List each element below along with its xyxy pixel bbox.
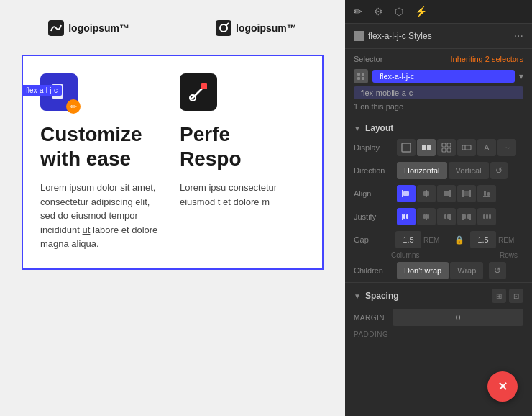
panel-header-icons: ✏ ⚙ ⬡ ⚡: [354, 6, 427, 17]
svg-rect-50: [486, 214, 488, 219]
svg-rect-22: [462, 145, 471, 150]
tools-icon: [187, 81, 210, 104]
logo1-icon: [48, 20, 64, 36]
display-text-btn[interactable]: A: [477, 139, 496, 156]
svg-rect-51: [489, 214, 491, 219]
wrap-btn[interactable]: Wrap: [450, 262, 483, 279]
svg-rect-35: [487, 192, 490, 196]
right-panel: ✏ ⚙ ⬡ ⚡ flex-a-l-j-c Styles ···: [345, 0, 532, 416]
display-label: Display: [354, 143, 391, 152]
wrap-btn-group: Don't wrap Wrap: [397, 262, 483, 279]
justify-center-btn[interactable]: [417, 208, 436, 225]
spacing-icon1[interactable]: ⊞: [492, 289, 506, 303]
children-row: Children Don't wrap Wrap ↺: [345, 259, 532, 282]
svg-rect-17: [427, 145, 431, 150]
justify-around-btn[interactable]: [477, 208, 496, 225]
card-col-right: PerfeRespo Lorem ipsu consectetur eiusmo…: [180, 73, 305, 251]
close-fab-button[interactable]: ✕: [487, 371, 518, 402]
on-page-count: 1 on this page: [354, 102, 523, 111]
justify-btn-group: [397, 208, 523, 225]
justify-between-btn[interactable]: [457, 208, 476, 225]
justify-start-btn[interactable]: [397, 208, 416, 225]
svg-rect-12: [362, 73, 364, 76]
svg-rect-32: [464, 191, 469, 196]
content-card: Customize with ease Lorem ipsum dolor si…: [22, 55, 324, 270]
gap-row: Gap REM 🔒 REM: [345, 228, 532, 251]
gap-lock-icon[interactable]: 🔒: [453, 235, 466, 245]
card-heading-left: Customize with ease: [40, 122, 165, 171]
svg-rect-21: [447, 148, 451, 152]
spacing-arrow[interactable]: ▼: [354, 292, 361, 300]
svg-rect-47: [464, 214, 466, 219]
selector-chip-primary[interactable]: flex-a-l-j-c: [372, 70, 515, 83]
children-rotate-btn[interactable]: ↺: [489, 262, 506, 279]
display-grid-btn[interactable]: [437, 139, 456, 156]
align-center-btn[interactable]: [417, 185, 436, 202]
gap-sub-labels: Columns Rows: [345, 251, 532, 259]
padding-label: PADDING: [354, 330, 523, 338]
display-flex-btn[interactable]: [417, 139, 436, 156]
logo1: logoipsum™: [48, 20, 129, 36]
drops-icon[interactable]: ⬡: [395, 6, 403, 17]
spacing-section: ▼ Spacing ⊞ ⊡ MARGIN PADDING: [345, 282, 532, 338]
svg-rect-9: [201, 83, 207, 89]
spacing-header: ▼ Spacing ⊞ ⊡: [354, 289, 523, 303]
lightning-icon[interactable]: ⚡: [415, 6, 427, 17]
divider-line: [173, 95, 173, 230]
direction-label: Direction: [354, 166, 391, 175]
svg-rect-37: [403, 214, 405, 219]
display-inline-btn[interactable]: [457, 139, 476, 156]
direction-rotate-btn[interactable]: ↺: [490, 162, 508, 179]
svg-rect-44: [447, 214, 449, 219]
grid-icon: [354, 31, 364, 41]
gap-col-input[interactable]: [395, 231, 421, 248]
inheriting-text: Inheriting 2 selectors: [450, 55, 523, 63]
svg-rect-16: [422, 145, 426, 150]
spacing-icon2[interactable]: ⊡: [509, 289, 523, 303]
svg-rect-20: [442, 148, 446, 152]
direction-row: Direction Horizontal Vertical ↺: [345, 159, 532, 182]
logo2-text: logoipsum™: [236, 22, 297, 34]
dont-wrap-btn[interactable]: Don't wrap: [397, 262, 449, 279]
settings-icon[interactable]: ⚙: [374, 6, 383, 17]
svg-rect-19: [447, 143, 451, 147]
layout-arrow[interactable]: ▼: [354, 125, 361, 132]
margin-input[interactable]: [393, 309, 523, 326]
display-block-btn[interactable]: [397, 139, 416, 156]
panel-header: ✏ ⚙ ⬡ ⚡: [345, 0, 532, 24]
align-end-btn[interactable]: [437, 185, 456, 202]
justify-row: Justify: [345, 205, 532, 228]
styles-title: flex-a-l-j-c Styles: [368, 31, 432, 41]
align-baseline-btn[interactable]: [477, 185, 496, 202]
svg-rect-13: [357, 77, 360, 80]
selector-chip-secondary[interactable]: flex-mobile-a-c: [354, 86, 523, 99]
display-other-btn[interactable]: ∼: [497, 139, 516, 156]
justify-label: Justify: [354, 212, 391, 221]
svg-rect-48: [467, 214, 469, 219]
styles-row: flex-a-l-j-c Styles ···: [345, 24, 532, 49]
logo2-icon: [216, 20, 231, 36]
styles-label: flex-a-l-j-c Styles: [354, 31, 432, 41]
selector-row-secondary: flex-mobile-a-c: [354, 86, 523, 99]
selector-label: Selector: [354, 55, 382, 63]
gap-row-group: REM: [470, 231, 523, 248]
panel-scroll[interactable]: flex-a-l-j-c Styles ··· Selector Inherit…: [345, 24, 532, 416]
align-stretch-btn[interactable]: [457, 185, 476, 202]
justify-end-btn[interactable]: [437, 208, 456, 225]
gap-row-input[interactable]: [470, 231, 496, 248]
svg-rect-38: [406, 214, 408, 219]
direction-horizontal-btn[interactable]: Horizontal: [397, 162, 447, 179]
align-start-btn[interactable]: [397, 185, 416, 202]
brush-icon[interactable]: ✏: [354, 6, 362, 17]
more-button[interactable]: ···: [514, 30, 523, 42]
selector-dropdown-arrow[interactable]: ▾: [519, 71, 523, 81]
selector-grid-icon: [357, 72, 365, 81]
logos-row: logoipsum™ logoipsum™: [0, 0, 345, 48]
display-row: Display: [345, 136, 532, 159]
svg-rect-49: [483, 214, 485, 219]
card-heading-right: PerfeRespo: [180, 122, 305, 171]
selector-icon: [354, 69, 368, 83]
direction-vertical-btn[interactable]: Vertical: [449, 162, 489, 179]
margin-row: MARGIN: [354, 309, 523, 326]
gap-col-unit: REM: [423, 236, 439, 244]
